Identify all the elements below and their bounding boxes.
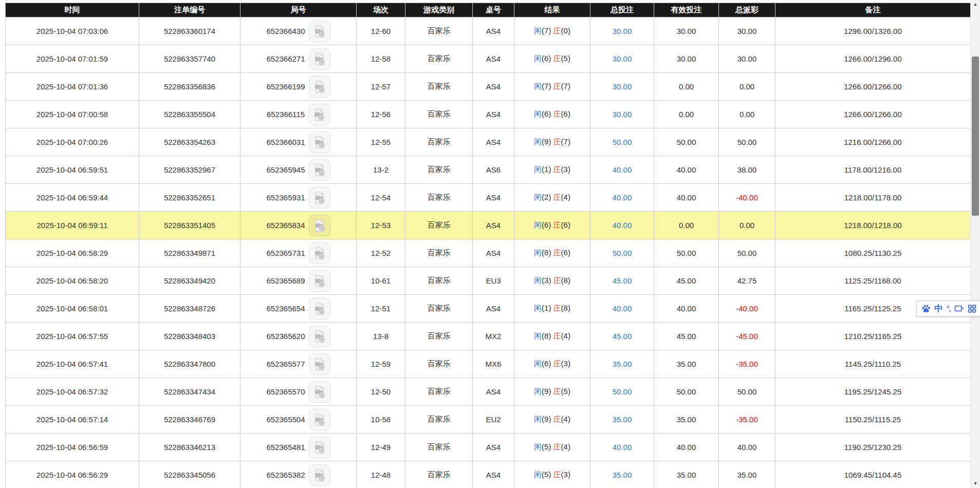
- baidu-paw-icon[interactable]: [921, 304, 931, 313]
- valid-bet-cell: 45.00: [654, 267, 719, 295]
- result-cell: 闲(1) 庄(8): [514, 295, 590, 323]
- table-row[interactable]: 2025-10-04 06:57:14 522863346769 6523655…: [6, 406, 971, 434]
- table-no-cell: AS4: [473, 184, 514, 212]
- time-cell: 2025-10-04 06:59:51: [6, 156, 139, 184]
- video-replay-button[interactable]: [309, 270, 330, 292]
- table-row[interactable]: 2025-10-04 07:01:59 522863357740 6523662…: [6, 45, 971, 73]
- table-no-cell: AS4: [473, 461, 514, 488]
- video-replay-button[interactable]: [309, 187, 330, 209]
- total-bet-cell-wrap: 30.00: [590, 17, 654, 45]
- video-file-icon: [313, 136, 326, 149]
- video-replay-button[interactable]: [309, 381, 330, 403]
- total-bet-cell[interactable]: 50.00: [613, 249, 632, 257]
- tools-grid-icon[interactable]: [968, 305, 976, 313]
- table-row[interactable]: 2025-10-04 06:56:59 522863346213 6523654…: [6, 434, 971, 461]
- total-bet-cell[interactable]: 45.00: [613, 332, 632, 341]
- banker-score: (0): [561, 26, 570, 35]
- video-replay-button[interactable]: [309, 242, 330, 264]
- banker-label: 庄: [553, 82, 561, 90]
- video-replay-button[interactable]: [309, 409, 330, 430]
- vertical-scrollbar[interactable]: ▲ ▼: [970, 0, 980, 488]
- total-bet-cell[interactable]: 40.00: [613, 221, 632, 230]
- video-replay-button[interactable]: [309, 464, 330, 486]
- banker-label: 庄: [553, 137, 561, 146]
- table-row[interactable]: 2025-10-04 06:59:51 522863352967 6523659…: [6, 156, 971, 184]
- valid-bet-cell: 35.00: [654, 461, 719, 488]
- payout-cell: -40.00: [719, 184, 775, 212]
- video-replay-button[interactable]: [309, 48, 330, 70]
- video-replay-button[interactable]: [309, 298, 330, 320]
- banker-score: (6): [561, 220, 570, 229]
- scroll-up-arrow-icon[interactable]: ▲: [971, 0, 980, 9]
- total-bet-cell[interactable]: 40.00: [613, 304, 632, 313]
- table-row[interactable]: 2025-10-04 07:03:06 522863360174 6523664…: [6, 17, 971, 45]
- video-replay-button[interactable]: [309, 159, 330, 181]
- total-bet-cell[interactable]: 40.00: [613, 165, 632, 174]
- total-bet-cell[interactable]: 35.00: [613, 360, 632, 368]
- bet-no-cell: 522863348403: [139, 323, 241, 350]
- table-row[interactable]: 2025-10-04 07:00:26 522863354263 6523660…: [6, 128, 971, 156]
- total-bet-cell-wrap: 50.00: [590, 128, 654, 156]
- session-cell: 12-49: [357, 434, 405, 461]
- table-no-cell: AS4: [473, 128, 514, 156]
- total-bet-cell[interactable]: 50.00: [613, 138, 632, 146]
- video-replay-button[interactable]: [309, 215, 330, 236]
- banker-label: 庄: [553, 165, 561, 174]
- table-row[interactable]: 2025-10-04 06:59:11 522863351405 6523658…: [6, 212, 971, 239]
- total-bet-cell[interactable]: 50.00: [613, 387, 632, 396]
- table-row[interactable]: 2025-10-04 06:59:44 522863352651 6523659…: [6, 184, 971, 212]
- punctuation-mode-icon[interactable]: °,: [947, 305, 951, 312]
- chinese-mode-icon[interactable]: 中: [934, 304, 943, 313]
- time-cell: 2025-10-04 06:59:11: [6, 212, 139, 239]
- input-board-icon[interactable]: [954, 305, 964, 313]
- valid-bet-cell: 50.00: [654, 128, 719, 156]
- round-no-text: 652365577: [266, 360, 305, 368]
- table-row[interactable]: 2025-10-04 06:56:29 522863345056 6523653…: [6, 461, 971, 488]
- table-row[interactable]: 2025-10-04 07:01:36 522863356836 6523661…: [6, 73, 971, 101]
- game-type-cell: 百家乐: [405, 350, 473, 378]
- column-header-result: 结果: [514, 3, 590, 17]
- total-bet-cell[interactable]: 30.00: [613, 27, 632, 35]
- table-row[interactable]: 2025-10-04 06:58:01 522863348726 6523656…: [6, 295, 971, 323]
- total-bet-cell[interactable]: 40.00: [613, 443, 632, 452]
- bet-no-cell: 522863346213: [139, 434, 241, 461]
- table-no-cell: AS4: [473, 73, 514, 101]
- bet-no-cell: 522863347800: [139, 350, 241, 378]
- table-row[interactable]: 2025-10-04 07:00:58 522863355504 6523661…: [6, 101, 971, 128]
- total-bet-cell[interactable]: 40.00: [613, 193, 632, 202]
- player-score: (6): [542, 54, 551, 63]
- video-replay-button[interactable]: [308, 104, 330, 125]
- column-header-total-bet: 总投注: [590, 3, 654, 17]
- valid-bet-cell: 50.00: [654, 378, 719, 406]
- video-replay-button[interactable]: [309, 353, 330, 375]
- bet-no-cell: 522863345056: [139, 461, 241, 488]
- payout-cell: 35.00: [719, 461, 775, 488]
- total-bet-cell[interactable]: 30.00: [613, 110, 632, 119]
- total-bet-cell[interactable]: 35.00: [613, 471, 632, 479]
- video-replay-button[interactable]: [309, 76, 330, 98]
- video-replay-button[interactable]: [309, 437, 330, 458]
- total-bet-cell[interactable]: 45.00: [613, 276, 632, 285]
- scrollbar-thumb[interactable]: [972, 57, 979, 216]
- table-row[interactable]: 2025-10-04 06:57:32 522863347434 6523655…: [6, 378, 971, 406]
- video-file-icon: [313, 385, 326, 399]
- video-replay-button[interactable]: [309, 21, 330, 42]
- table-row[interactable]: 2025-10-04 06:57:41 522863347800 6523655…: [6, 350, 971, 378]
- bet-no-cell: 522863349871: [139, 239, 241, 267]
- table-row[interactable]: 2025-10-04 06:58:20 522863349420 6523656…: [6, 267, 971, 295]
- time-cell: 2025-10-04 07:00:26: [6, 128, 139, 156]
- table-row[interactable]: 2025-10-04 06:57:55 522863348403 6523656…: [6, 323, 971, 350]
- video-replay-button[interactable]: [309, 326, 330, 347]
- table-row[interactable]: 2025-10-04 06:58:29 522863349871 6523657…: [6, 239, 971, 267]
- scroll-down-arrow-icon[interactable]: ▼: [971, 479, 980, 488]
- banker-score: (4): [561, 331, 570, 340]
- bet-no-cell: 522863360174: [139, 17, 241, 45]
- total-bet-cell[interactable]: 30.00: [613, 82, 632, 91]
- total-bet-cell[interactable]: 35.00: [613, 415, 632, 424]
- payout-cell: 0.00: [719, 73, 775, 101]
- video-replay-button[interactable]: [309, 132, 330, 153]
- table-no-cell: EU2: [473, 406, 514, 434]
- result-cell: 闲(1) 庄(3): [514, 156, 590, 184]
- ime-toolbar: 中 °,: [916, 301, 980, 316]
- total-bet-cell[interactable]: 30.00: [613, 54, 632, 63]
